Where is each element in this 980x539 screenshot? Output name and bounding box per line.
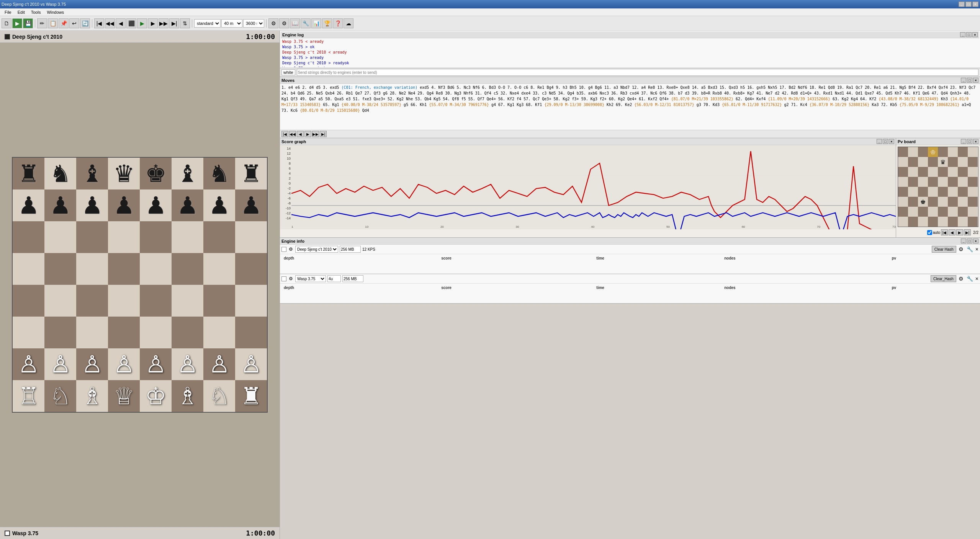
flip-button[interactable]: ⇅ [180, 18, 190, 28]
save-button[interactable]: 💾 [23, 18, 33, 28]
square-h8[interactable]: ♜ [235, 158, 267, 189]
square-e8[interactable]: ♚ [140, 158, 172, 189]
square-g5[interactable] [203, 253, 235, 285]
square-e5[interactable] [140, 253, 172, 285]
engine1-button[interactable]: ⚙ [268, 18, 278, 28]
square-b5[interactable] [44, 253, 76, 285]
square-d1[interactable]: ♕ [108, 380, 140, 412]
pv-board-minimize[interactable]: _ [961, 139, 966, 144]
pv-board-controls[interactable]: _ □ × [961, 139, 978, 144]
square-g8[interactable]: ♞ [203, 158, 235, 189]
square-f2[interactable]: ♙ [172, 348, 203, 380]
square-b2[interactable]: ♙ [44, 348, 76, 380]
square-d7[interactable]: ♟ [108, 189, 140, 221]
edit-button[interactable]: ✏ [37, 18, 47, 28]
minimize-button[interactable]: _ [959, 2, 965, 7]
menu-windows[interactable]: Windows [44, 9, 67, 15]
square-c5[interactable] [76, 253, 108, 285]
undo-button[interactable]: ↩ [69, 18, 79, 28]
square-b3[interactable] [44, 317, 76, 348]
square-b7[interactable]: ♟ [44, 189, 76, 221]
square-a6[interactable] [13, 221, 44, 253]
square-c2[interactable]: ♙ [76, 348, 108, 380]
engine-top-hash-input[interactable] [340, 246, 361, 253]
score-graph-controls[interactable]: _ □ × [877, 139, 894, 144]
pv-nav-end[interactable]: ▶| [964, 229, 971, 235]
square-h4[interactable] [235, 285, 267, 317]
square-c6[interactable] [76, 221, 108, 253]
engine-bottom-settings2[interactable]: 🔧 [967, 276, 973, 282]
clear-hash-bottom-button[interactable]: Clear_Hash [931, 275, 956, 282]
square-h1[interactable]: ♜ [235, 380, 267, 412]
square-e7[interactable]: ♟ [140, 189, 172, 221]
square-f6[interactable] [172, 221, 203, 253]
auto-checkbox[interactable] [927, 230, 932, 235]
end-button[interactable]: ▶| [169, 18, 179, 28]
square-c3[interactable] [76, 317, 108, 348]
square-b1[interactable]: ♘ [44, 380, 76, 412]
increment-select[interactable]: 3600 s [243, 19, 264, 28]
square-f7[interactable]: ♟ [172, 189, 203, 221]
engine-log-close[interactable]: × [972, 32, 978, 37]
square-h2[interactable]: ♙ [235, 348, 267, 380]
engine-bottom-hash-input[interactable] [342, 275, 363, 282]
square-a1[interactable]: ♖ [13, 380, 44, 412]
settings-button[interactable]: 🔧 [301, 18, 311, 28]
engine2-button[interactable]: ⚙ [279, 18, 289, 28]
menu-tools[interactable]: Tools [28, 9, 44, 15]
menu-edit[interactable]: Edit [15, 9, 28, 15]
square-h3[interactable] [235, 317, 267, 348]
square-d8[interactable]: ♛ [108, 158, 140, 189]
pv-nav-next[interactable]: ▶ [956, 229, 963, 235]
square-a3[interactable] [13, 317, 44, 348]
play-button[interactable]: ▶ [137, 18, 147, 28]
white-input[interactable] [297, 69, 978, 76]
engine-top-select[interactable]: Deep Sjeng c't 2010 [295, 246, 338, 253]
square-d4[interactable] [108, 285, 140, 317]
next-button[interactable]: ▶ [148, 18, 158, 28]
square-e4[interactable] [140, 285, 172, 317]
open-button[interactable]: ▶ [12, 18, 22, 28]
chess-board[interactable]: ♜ ♞ ♝ ♛ ♚ ♝ ♞ ♜ ♟ ♟ ♟ ♟ ♟ ♟ ♟ ♟ [12, 157, 268, 413]
score-graph-close[interactable]: × [889, 139, 894, 144]
pv-board-close[interactable]: × [973, 139, 978, 144]
square-h7[interactable]: ♟ [235, 189, 267, 221]
prev-fast-button[interactable]: ◀◀ [105, 18, 115, 28]
refresh-button[interactable]: 🔄 [80, 18, 90, 28]
engine-info-top-minimize[interactable]: _ [961, 238, 966, 243]
engine-top-settings1[interactable]: ⚙ [959, 246, 964, 252]
moves-minimize[interactable]: _ [961, 78, 966, 83]
next-fast-button[interactable]: ▶▶ [159, 18, 169, 28]
engine-top-enable-checkbox[interactable] [281, 247, 286, 252]
engine-info-top-maximize[interactable]: □ [967, 238, 972, 243]
start-button[interactable]: |◀ [94, 18, 104, 28]
square-d2[interactable]: ♙ [108, 348, 140, 380]
moves-close[interactable]: × [973, 78, 978, 83]
mode-select[interactable]: standard [194, 19, 221, 28]
square-a7[interactable]: ♟ [13, 189, 44, 221]
nav-start[interactable]: |◀ [281, 131, 288, 137]
square-g2[interactable]: ♙ [203, 348, 235, 380]
square-g7[interactable]: ♟ [203, 189, 235, 221]
square-g4[interactable] [203, 285, 235, 317]
square-c7[interactable]: ♟ [76, 189, 108, 221]
stop-button[interactable]: ⬛ [126, 18, 136, 28]
engine-info-top-close[interactable]: × [973, 238, 978, 243]
book-button[interactable]: 📖 [290, 18, 300, 28]
square-d6[interactable] [108, 221, 140, 253]
engine-info-top-controls[interactable]: _ □ × [961, 238, 978, 243]
square-b6[interactable] [44, 221, 76, 253]
square-f8[interactable]: ♝ [172, 158, 203, 189]
square-g3[interactable] [203, 317, 235, 348]
time-control-select[interactable]: 40 m [221, 19, 242, 28]
engine-log-maximize[interactable]: □ [966, 32, 972, 37]
engine-bottom-enable-checkbox[interactable] [281, 276, 286, 281]
square-h5[interactable] [235, 253, 267, 285]
pv-nav-start[interactable]: |◀ [941, 229, 948, 235]
copy-button[interactable]: 📋 [48, 18, 58, 28]
square-a8[interactable]: ♜ [13, 158, 44, 189]
engine-bottom-settings1[interactable]: ⚙ [959, 276, 964, 282]
help-button[interactable]: ❓ [333, 18, 343, 28]
auto-checkbox-label[interactable]: auto [927, 230, 940, 235]
nav-prev-fast[interactable]: ◀◀ [289, 131, 296, 137]
